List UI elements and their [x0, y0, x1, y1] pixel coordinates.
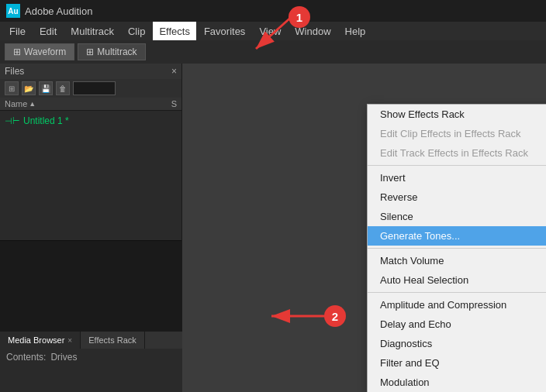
menu-item-amplitude[interactable]: Amplitude and Compression › — [368, 295, 546, 315]
menu-clip[interactable]: Clip — [122, 22, 151, 40]
waveform-label: Waveform — [24, 46, 66, 57]
menu-window[interactable]: Window — [289, 22, 337, 40]
menu-item-edit-clip-effects: Edit Clip Effects in Effects Rack — [368, 124, 546, 143]
app-title: Adobe Audition — [25, 5, 92, 17]
menu-item-generate-tones[interactable]: Generate Tones... — [368, 226, 546, 246]
delay-echo-label: Delay and Echo — [380, 318, 451, 330]
contents-label: Contents: — [6, 352, 46, 363]
amplitude-label: Amplitude and Compression — [380, 299, 506, 311]
menu-item-modulation[interactable]: Modulation › — [368, 373, 546, 392]
open-file-icon[interactable]: 📂 — [22, 81, 36, 95]
bottom-content: Contents: Drives — [0, 349, 182, 366]
edit-track-effects-label: Edit Track Effects in Effects Rack — [380, 147, 528, 159]
reverse-label: Reverse — [380, 191, 417, 203]
media-browser-label: Media Browser — [8, 335, 64, 345]
contents-value: Drives — [50, 352, 77, 363]
list-item[interactable]: ⊣⊢ Untitled 1 * — [5, 114, 177, 128]
filter-eq-label: Filter and EQ — [380, 357, 440, 369]
menu-edit[interactable]: Edit — [33, 22, 63, 40]
files-close-icon[interactable]: × — [171, 66, 177, 77]
delete-file-icon[interactable]: 🗑 — [56, 81, 70, 95]
invert-label: Invert — [380, 172, 406, 184]
auto-heal-label: Auto Heal Selection — [380, 274, 468, 286]
multitrack-label: Multitrack — [97, 46, 136, 57]
menu-item-filter-eq[interactable]: Filter and EQ › — [368, 353, 546, 373]
files-list: ⊣⊢ Untitled 1 * — [0, 111, 181, 240]
menu-item-delay-echo[interactable]: Delay and Echo › — [368, 315, 546, 334]
tab-waveform[interactable]: ⊞ Waveform — [5, 43, 74, 60]
title-bar: Au Adobe Audition — [0, 0, 546, 22]
files-label: Files — [5, 66, 24, 77]
diagnostics-label: Diagnostics — [380, 338, 432, 349]
silence-label: Silence — [380, 211, 413, 222]
files-toolbar: ⊞ 📂 💾 🗑 — [0, 79, 181, 98]
separator-2 — [368, 248, 546, 249]
menu-item-match-volume[interactable]: Match Volume — [368, 251, 546, 270]
generate-tones-label: Generate Tones... — [380, 230, 460, 242]
tab-effects-rack[interactable]: Effects Rack — [81, 332, 145, 349]
waveform-icon: ⊞ — [13, 46, 21, 57]
menu-multitrack[interactable]: Multitrack — [64, 22, 120, 40]
separator-1 — [368, 165, 546, 166]
menu-item-edit-track-effects: Edit Track Effects in Effects Rack — [368, 143, 546, 163]
effects-rack-label: Effects Rack — [88, 335, 136, 345]
menu-favorites[interactable]: Favorites — [198, 22, 251, 40]
menu-item-invert[interactable]: Invert — [368, 168, 546, 187]
tab-media-browser[interactable]: Media Browser × — [0, 332, 81, 349]
edit-clip-effects-label: Edit Clip Effects in Effects Rack — [380, 128, 521, 139]
menu-file[interactable]: File — [3, 22, 32, 40]
modulation-label: Modulation — [380, 377, 430, 388]
name-column-header: Name — [5, 99, 27, 108]
search-input[interactable] — [73, 81, 116, 95]
files-header: Files × — [0, 64, 181, 79]
menu-item-auto-heal[interactable]: Auto Heal Selection Ctrl+U — [368, 270, 546, 290]
right-panel: Show Effects Rack Alt+0 Edit Clip Effect… — [182, 64, 546, 392]
menu-item-reverse[interactable]: Reverse — [368, 187, 546, 207]
bottom-panel: Media Browser × Effects Rack Contents: D… — [0, 330, 182, 392]
sort-arrow-icon: ▲ — [29, 100, 36, 108]
menu-item-silence[interactable]: Silence — [368, 207, 546, 226]
bottom-tabs: Media Browser × Effects Rack — [0, 332, 182, 349]
tab-multitrack[interactable]: ⊞ Multitrack — [78, 43, 145, 60]
media-browser-close-icon[interactable]: × — [67, 336, 72, 345]
app-icon: Au — [6, 4, 20, 18]
status-column-header: S — [171, 99, 177, 108]
match-volume-label: Match Volume — [380, 255, 444, 266]
menu-view[interactable]: View — [253, 22, 287, 40]
file-name: Untitled 1 * — [23, 115, 69, 126]
menu-item-diagnostics[interactable]: Diagnostics › — [368, 334, 546, 353]
menu-help[interactable]: Help — [339, 22, 372, 40]
separator-3 — [368, 292, 546, 293]
toolbar: ⊞ Waveform ⊞ Multitrack — [0, 40, 546, 64]
files-columns: Name ▲ S — [0, 98, 181, 111]
menu-item-show-effects-rack[interactable]: Show Effects Rack Alt+0 — [368, 105, 546, 124]
new-file-icon[interactable]: ⊞ — [5, 81, 19, 95]
effects-dropdown-menu: Show Effects Rack Alt+0 Edit Clip Effect… — [367, 104, 546, 392]
audio-file-icon: ⊣⊢ — [5, 116, 20, 126]
menu-bar: File Edit Multitrack Clip Effects Favori… — [0, 22, 546, 40]
save-file-icon[interactable]: 💾 — [39, 81, 53, 95]
menu-effects[interactable]: Effects — [153, 22, 196, 40]
show-effects-rack-label: Show Effects Rack — [380, 108, 465, 120]
multitrack-icon: ⊞ — [86, 46, 94, 57]
